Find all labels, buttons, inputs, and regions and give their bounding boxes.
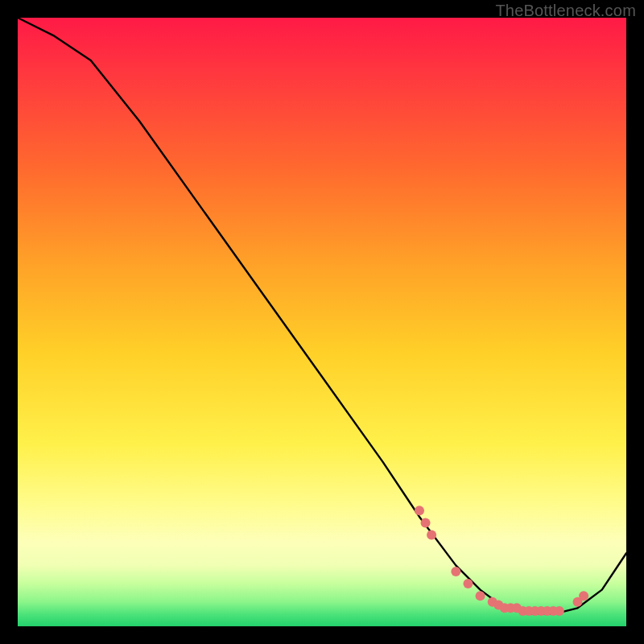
chart-svg	[18, 18, 626, 626]
highlight-point	[451, 567, 460, 576]
bottleneck-curve	[18, 18, 626, 614]
highlight-point	[579, 591, 588, 601]
highlight-point	[421, 518, 431, 527]
highlight-point	[555, 606, 564, 616]
watermark-text: TheBottleneck.com	[495, 2, 636, 20]
highlight-points	[415, 506, 588, 616]
highlight-point	[427, 530, 436, 540]
highlight-point	[476, 591, 485, 601]
chart-stage: TheBottleneck.com	[0, 0, 644, 644]
highlight-point	[415, 506, 424, 515]
highlight-point	[463, 579, 473, 588]
